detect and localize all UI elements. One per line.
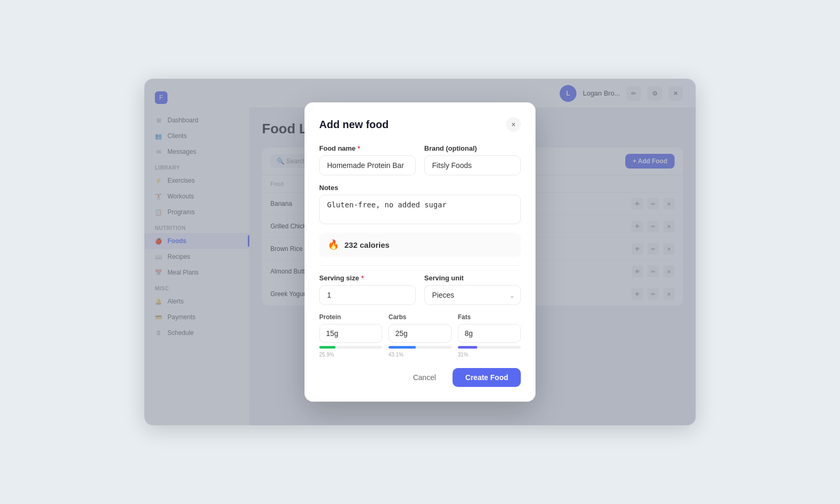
fats-input[interactable] [458, 324, 521, 343]
app-window: F ⊞ Dashboard 👥 Clients ✉ Messages Libra… [144, 79, 696, 425]
brand-label: Brand (optional) [424, 144, 521, 152]
calories-divider [319, 265, 521, 266]
protein-fill [319, 346, 335, 349]
carbs-pct: 43.1% [388, 352, 452, 358]
protein-label: Protein [319, 313, 382, 321]
carbs-group: Carbs 43.1% [388, 313, 452, 358]
fats-label: Fats [458, 313, 521, 321]
serving-unit-select-wrapper: Pieces Grams oz ml Cup Tbsp Tsp [424, 285, 521, 305]
protein-progress [319, 346, 382, 349]
protein-pct: 25.9% [319, 352, 382, 358]
fire-icon: 🔥 [328, 239, 339, 250]
brand-group: Brand (optional) [424, 144, 521, 175]
modal-overlay[interactable]: Add new food × Food name * Brand (option… [144, 79, 696, 425]
calories-value: 232 calories [344, 240, 390, 249]
modal-close-button[interactable]: × [506, 117, 521, 132]
carbs-input[interactable] [388, 324, 452, 343]
fats-fill [458, 346, 477, 349]
modal-footer: Cancel Create Food [319, 368, 521, 387]
fats-pct: 31% [458, 352, 521, 358]
calories-section: 🔥 232 calories [319, 233, 521, 257]
serving-size-input[interactable] [319, 285, 416, 305]
fats-group: Fats 31% [458, 313, 521, 358]
food-name-input[interactable] [319, 155, 416, 175]
notes-textarea[interactable]: Gluten-free, no added sugar [319, 195, 521, 224]
form-row-serving: Serving size * Serving unit Pieces Grams… [319, 274, 521, 305]
carbs-label: Carbs [388, 313, 452, 321]
macros-row: Protein 25.9% Carbs 43.1% Fats [319, 313, 521, 358]
required-star: * [358, 145, 360, 152]
protein-input[interactable] [319, 324, 382, 343]
serving-required-star: * [361, 275, 364, 282]
modal: Add new food × Food name * Brand (option… [304, 102, 536, 402]
cancel-button[interactable]: Cancel [403, 368, 447, 387]
brand-input[interactable] [424, 155, 521, 175]
fats-progress [458, 346, 521, 349]
food-name-group: Food name * [319, 144, 416, 175]
serving-size-label: Serving size * [319, 274, 416, 282]
serving-unit-select[interactable]: Pieces Grams oz ml Cup Tbsp Tsp [424, 285, 521, 305]
protein-group: Protein 25.9% [319, 313, 382, 358]
create-food-button[interactable]: Create Food [453, 368, 521, 387]
carbs-progress [388, 346, 452, 349]
notes-group: Notes Gluten-free, no added sugar [319, 184, 521, 224]
serving-unit-group: Serving unit Pieces Grams oz ml Cup Tbsp… [424, 274, 521, 305]
carbs-fill [388, 346, 416, 349]
modal-title: Add new food [319, 119, 388, 131]
form-row-name-brand: Food name * Brand (optional) [319, 144, 521, 175]
modal-header: Add new food × [319, 117, 521, 132]
notes-label: Notes [319, 184, 521, 192]
serving-size-group: Serving size * [319, 274, 416, 305]
serving-unit-label: Serving unit [424, 274, 521, 282]
food-name-label: Food name * [319, 144, 416, 152]
